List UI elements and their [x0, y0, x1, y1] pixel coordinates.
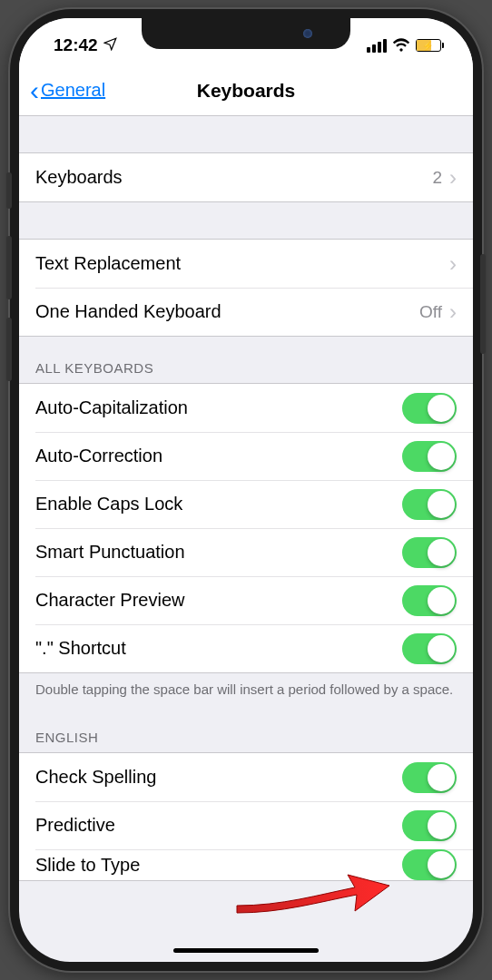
section-footer: Double tapping the space bar will insert… — [19, 673, 473, 706]
text-replacement-row[interactable]: Text Replacement › — [19, 240, 473, 288]
predictive-row[interactable]: Predictive — [19, 801, 473, 849]
notch — [142, 18, 350, 49]
cell-label: Character Preview — [35, 590, 402, 611]
auto-capitalization-row[interactable]: Auto-Capitalization — [19, 384, 473, 432]
navigation-bar: ‹ General Keyboards — [19, 65, 473, 116]
toggle-switch[interactable] — [402, 489, 457, 520]
slide-to-type-row[interactable]: Slide to Type — [19, 849, 473, 880]
one-handed-keyboard-row[interactable]: One Handed Keyboard Off › — [19, 288, 473, 336]
cell-detail: Off — [419, 302, 442, 322]
cell-label: Auto-Capitalization — [35, 397, 402, 418]
toggle-switch[interactable] — [402, 441, 457, 472]
cell-label: Predictive — [35, 815, 402, 836]
cell-label: Enable Caps Lock — [35, 494, 402, 514]
toggle-switch[interactable] — [402, 585, 457, 616]
back-button[interactable]: ‹ General — [30, 77, 105, 104]
cell-label: Keyboards — [35, 167, 432, 188]
home-indicator[interactable] — [173, 948, 319, 953]
toggle-switch[interactable] — [402, 762, 457, 793]
chevron-right-icon: › — [449, 299, 457, 325]
period-shortcut-row[interactable]: "." Shortcut — [19, 624, 473, 672]
check-spelling-row[interactable]: Check Spelling — [19, 753, 473, 801]
toggle-switch[interactable] — [402, 537, 457, 568]
battery-icon: ⚡ — [416, 39, 444, 52]
front-camera-icon — [303, 29, 312, 38]
status-time: 12:42 — [54, 35, 98, 55]
side-button-volume-up — [6, 236, 12, 299]
side-button-silent — [6, 172, 12, 209]
cell-label: One Handed Keyboard — [35, 301, 419, 322]
auto-correction-row[interactable]: Auto-Correction — [19, 432, 473, 480]
cell-label: Slide to Type — [35, 855, 402, 876]
cell-label: Check Spelling — [35, 767, 402, 788]
chevron-right-icon: › — [449, 165, 457, 191]
chevron-left-icon: ‹ — [30, 77, 39, 104]
toggle-switch[interactable] — [402, 849, 457, 880]
cell-label: Smart Punctuation — [35, 542, 402, 563]
page-title: Keyboards — [197, 80, 296, 102]
section-header-all-keyboards: ALL KEYBOARDS — [19, 337, 473, 383]
cell-label: "." Shortcut — [35, 638, 402, 659]
side-button-volume-down — [6, 318, 12, 381]
enable-caps-lock-row[interactable]: Enable Caps Lock — [19, 480, 473, 528]
wifi-icon — [392, 36, 410, 54]
keyboards-row[interactable]: Keyboards 2 › — [19, 153, 473, 201]
side-button-power — [480, 254, 486, 354]
location-icon — [103, 37, 117, 54]
section-header-english: ENGLISH — [19, 706, 473, 752]
cellular-signal-icon — [367, 39, 387, 53]
screen: 12:42 ⚡ ‹ General Keyboard — [19, 18, 473, 962]
cell-detail: 2 — [432, 168, 442, 188]
chevron-right-icon: › — [449, 251, 457, 277]
toggle-switch[interactable] — [402, 633, 457, 664]
phone-frame: 12:42 ⚡ ‹ General Keyboard — [10, 9, 482, 971]
toggle-switch[interactable] — [402, 810, 457, 841]
cell-label: Text Replacement — [35, 253, 449, 274]
character-preview-row[interactable]: Character Preview — [19, 576, 473, 624]
smart-punctuation-row[interactable]: Smart Punctuation — [19, 528, 473, 576]
settings-scroll[interactable]: Keyboards 2 › Text Replacement › One Han… — [19, 116, 473, 962]
back-label: General — [41, 80, 105, 101]
toggle-switch[interactable] — [402, 393, 457, 424]
cell-label: Auto-Correction — [35, 446, 402, 466]
